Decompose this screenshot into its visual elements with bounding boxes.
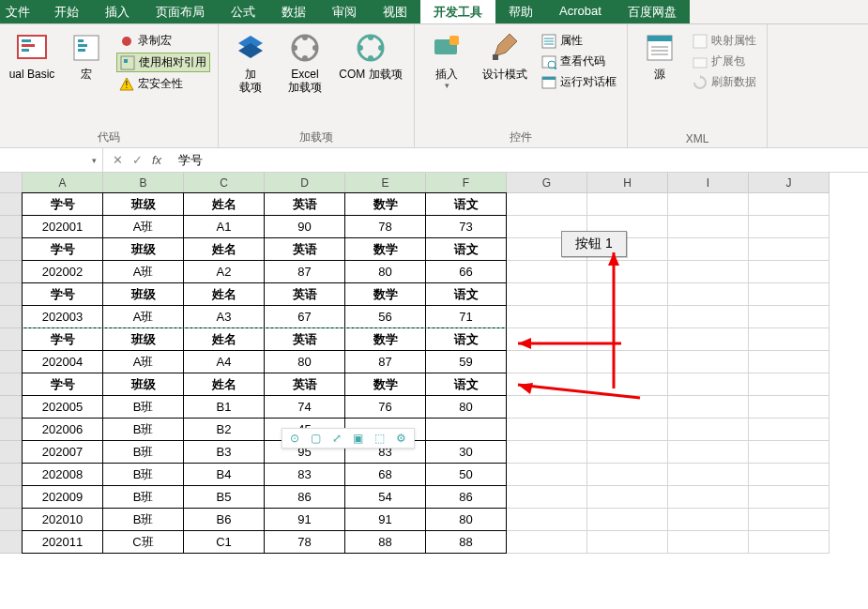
- cell[interactable]: 78: [344, 215, 426, 238]
- float-tool-3[interactable]: ⤢: [332, 432, 342, 445]
- col-header-A[interactable]: A: [23, 173, 103, 193]
- cell[interactable]: [507, 441, 587, 464]
- cell[interactable]: [587, 464, 668, 486]
- cell[interactable]: [507, 373, 587, 396]
- cell[interactable]: [749, 193, 830, 216]
- excel-addins-button[interactable]: Excel 加载项: [281, 28, 329, 94]
- cell[interactable]: 87: [344, 350, 426, 373]
- cell[interactable]: 英语: [264, 282, 345, 306]
- cell[interactable]: 学号: [22, 327, 103, 351]
- tab-formulas[interactable]: 公式: [218, 0, 268, 23]
- col-header-D[interactable]: D: [265, 173, 345, 193]
- tab-file[interactable]: 文件: [0, 0, 41, 23]
- cell[interactable]: B3: [183, 440, 265, 464]
- cell[interactable]: 202007: [22, 440, 103, 464]
- cell[interactable]: [507, 419, 587, 441]
- cell[interactable]: [668, 509, 749, 531]
- cell[interactable]: [749, 396, 830, 419]
- cell[interactable]: 30: [425, 440, 507, 464]
- cell[interactable]: 88: [425, 530, 507, 554]
- cell[interactable]: 学号: [22, 237, 103, 261]
- tab-developer[interactable]: 开发工具: [420, 0, 495, 23]
- float-tool-4[interactable]: ▣: [353, 432, 363, 445]
- xml-source-button[interactable]: 源: [635, 28, 684, 81]
- cell[interactable]: B班: [102, 463, 184, 486]
- cell[interactable]: 83: [264, 463, 345, 486]
- cell[interactable]: 74: [264, 395, 345, 419]
- cell[interactable]: 202008: [22, 463, 103, 486]
- use-relative-refs-button[interactable]: 使用相对引用: [116, 53, 210, 72]
- name-box[interactable]: ▾: [0, 148, 103, 172]
- cell[interactable]: [587, 419, 668, 441]
- float-tool-5[interactable]: ⬚: [374, 432, 385, 445]
- addins-button[interactable]: 加 载项: [226, 28, 275, 94]
- cell[interactable]: [668, 238, 749, 261]
- tab-acrobat[interactable]: Acrobat: [546, 0, 615, 23]
- cell[interactable]: 202001: [22, 215, 103, 238]
- cell[interactable]: 88: [344, 530, 426, 554]
- com-addins-button[interactable]: COM 加载项: [335, 28, 406, 81]
- row-header[interactable]: [0, 328, 23, 351]
- select-all-corner[interactable]: [0, 173, 23, 193]
- cell[interactable]: 202010: [22, 508, 103, 531]
- cell[interactable]: [668, 373, 749, 396]
- cell[interactable]: A2: [183, 260, 265, 283]
- cell[interactable]: [668, 441, 749, 464]
- cell[interactable]: [668, 216, 749, 238]
- macros-button[interactable]: 宏: [62, 28, 111, 81]
- cell[interactable]: 数学: [344, 192, 426, 216]
- cell[interactable]: 86: [425, 485, 507, 509]
- formula-bar[interactable]: 学号: [171, 152, 868, 169]
- cell[interactable]: 76: [344, 395, 426, 419]
- expansion-packs-button[interactable]: 扩展包: [690, 53, 759, 70]
- cell[interactable]: [668, 419, 749, 441]
- map-properties-button[interactable]: 映射属性: [690, 32, 759, 50]
- cell[interactable]: 67: [264, 305, 345, 328]
- cell[interactable]: [668, 464, 749, 486]
- cell[interactable]: B4: [183, 463, 265, 486]
- cell[interactable]: 语文: [425, 282, 507, 306]
- cell[interactable]: 数学: [344, 327, 426, 351]
- cell[interactable]: A班: [102, 350, 184, 373]
- row-header[interactable]: [0, 306, 23, 328]
- cell[interactable]: 202004: [22, 350, 103, 373]
- cell[interactable]: [668, 283, 749, 306]
- insert-control-button[interactable]: 插入 ▾: [422, 28, 471, 90]
- record-macro-button[interactable]: 录制宏: [116, 32, 210, 50]
- cell[interactable]: [749, 464, 830, 486]
- cell[interactable]: [749, 306, 830, 328]
- cell[interactable]: [749, 509, 830, 531]
- cell[interactable]: [749, 328, 830, 351]
- tab-help[interactable]: 帮助: [495, 0, 546, 23]
- row-header[interactable]: [0, 464, 23, 486]
- cell[interactable]: 54: [344, 485, 426, 509]
- cell[interactable]: 68: [344, 463, 426, 486]
- cell[interactable]: 66: [425, 260, 507, 283]
- cell[interactable]: [425, 418, 507, 441]
- cell[interactable]: B6: [183, 508, 265, 531]
- float-tool-2[interactable]: ▢: [311, 432, 321, 445]
- cell[interactable]: [749, 419, 830, 441]
- cell[interactable]: [749, 283, 830, 306]
- cell[interactable]: 姓名: [183, 192, 265, 216]
- cell[interactable]: 语文: [425, 192, 507, 216]
- cell[interactable]: C1: [183, 530, 265, 554]
- col-header-E[interactable]: E: [345, 173, 426, 193]
- col-header-H[interactable]: H: [587, 173, 668, 193]
- cell[interactable]: [507, 464, 587, 486]
- tab-review[interactable]: 审阅: [319, 0, 370, 23]
- cell[interactable]: 数学: [344, 237, 426, 261]
- cell[interactable]: [668, 396, 749, 419]
- row-header[interactable]: [0, 351, 23, 373]
- cancel-icon[interactable]: ✕: [113, 153, 123, 167]
- cell[interactable]: [668, 328, 749, 351]
- cell[interactable]: 姓名: [183, 327, 265, 351]
- cell[interactable]: [668, 261, 749, 283]
- cell[interactable]: 91: [344, 508, 426, 531]
- floating-toolbar[interactable]: ⊙ ▢ ⤢ ▣ ⬚ ⚙: [282, 428, 415, 449]
- cell[interactable]: 数学: [344, 373, 426, 396]
- fx-icon[interactable]: fx: [152, 153, 161, 167]
- grid[interactable]: 学号班级姓名英语数学语文202001A班A1907873学号班级姓名英语数学语文…: [0, 193, 868, 554]
- cell[interactable]: C班: [102, 530, 184, 554]
- view-code-button[interactable]: 查看代码: [539, 53, 619, 70]
